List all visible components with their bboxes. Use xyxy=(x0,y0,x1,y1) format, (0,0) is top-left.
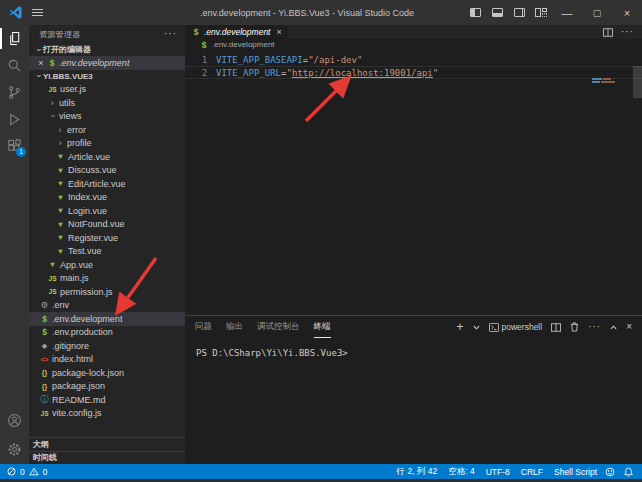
tree-item[interactable]: {} package-lock.json xyxy=(29,366,185,380)
panel-tab[interactable]: 输出 xyxy=(226,316,243,338)
panel-tab[interactable]: 调试控制台 xyxy=(257,316,300,338)
split-editor-icon[interactable] xyxy=(603,28,613,37)
tree-item[interactable]: profile xyxy=(29,137,185,151)
tree-item[interactable]: ▼ EditArticle.vue xyxy=(29,177,185,191)
warning-count[interactable]: 0 xyxy=(43,467,48,477)
tree-item[interactable]: ▼ NotFound.vue xyxy=(29,218,185,232)
tree-item[interactable]: JS main.js xyxy=(29,272,185,286)
file-type-icon: ▼ xyxy=(55,220,66,229)
terminal-dropdown-chevron-icon[interactable] xyxy=(473,325,480,330)
status-item[interactable]: CRLF xyxy=(521,467,543,477)
tree-item[interactable]: ◆ .gitignore xyxy=(29,339,185,353)
file-name: NotFound.vue xyxy=(68,219,125,229)
panel-tab[interactable]: 终端 xyxy=(314,316,331,338)
run-and-debug-icon[interactable] xyxy=(0,106,29,133)
maximize-panel-chevron-icon[interactable] xyxy=(610,325,617,330)
tree-item[interactable]: ⚙ .env xyxy=(29,299,185,313)
status-item[interactable]: UTF-8 xyxy=(486,467,510,477)
menu-icon[interactable] xyxy=(32,9,43,16)
panel-more-actions-icon[interactable]: ··· xyxy=(588,324,601,330)
settings-gear-icon[interactable] xyxy=(0,434,29,464)
extensions-icon[interactable]: 1 xyxy=(0,133,29,160)
editor-scrollbar[interactable] xyxy=(633,66,642,126)
file-type-icon: ▼ xyxy=(55,179,66,188)
toggle-panel-icon[interactable] xyxy=(486,0,508,25)
tree-item[interactable]: JS vite.config.js xyxy=(29,407,185,421)
tree-item[interactable]: ⓘ README.md xyxy=(29,393,185,407)
status-item[interactable]: 空格: 4 xyxy=(448,466,474,478)
file-name: utils xyxy=(59,98,75,108)
errors-icon xyxy=(7,467,16,476)
status-item[interactable]: Shell Script xyxy=(554,467,597,477)
tree-item[interactable]: {} package.json xyxy=(29,380,185,394)
tree-item[interactable]: $ .env.development xyxy=(29,312,185,326)
new-terminal-icon[interactable]: + xyxy=(457,322,464,332)
chevron-down-icon xyxy=(33,45,43,55)
file-type-icon: ▼ xyxy=(55,166,66,175)
accounts-icon[interactable] xyxy=(0,407,29,434)
error-count[interactable]: 0 xyxy=(20,467,25,477)
close-button[interactable]: × xyxy=(612,0,642,25)
file-name: .gitignore xyxy=(52,341,89,351)
tree-item[interactable]: ▼ Index.vue xyxy=(29,191,185,205)
powershell-terminal-icon xyxy=(489,323,499,332)
file-name: .env xyxy=(52,300,69,310)
maximize-button[interactable]: ▢ xyxy=(582,0,612,25)
feedback-smiley-icon[interactable] xyxy=(605,467,615,477)
status-bar: 0 0 行 2, 列 42 空格: 4 UTF-8 CRLF Shell Scr… xyxy=(0,464,642,479)
file-name: Register.vue xyxy=(68,233,118,243)
close-panel-icon[interactable]: × xyxy=(626,322,632,332)
open-editor-item[interactable]: × .env.development xyxy=(29,56,185,70)
shell-file-icon xyxy=(47,58,57,68)
url-link[interactable]: http://localhost:19001/api xyxy=(292,68,433,78)
sidebar-more-actions-icon[interactable]: ··· xyxy=(164,31,177,37)
kill-terminal-trash-icon[interactable] xyxy=(570,322,579,332)
notifications-bell-icon[interactable] xyxy=(624,467,633,477)
tree-item[interactable]: views xyxy=(29,110,185,124)
customize-layout-icon[interactable] xyxy=(530,0,552,25)
shell-file-icon xyxy=(199,40,209,50)
tree-item[interactable]: error xyxy=(29,123,185,137)
tree-item[interactable]: ▼ Register.vue xyxy=(29,231,185,245)
close-editor-icon[interactable]: × xyxy=(35,58,47,68)
source-control-icon[interactable] xyxy=(0,79,29,106)
toggle-sidebar-icon[interactable] xyxy=(464,0,486,25)
minimize-button[interactable]: — xyxy=(552,0,582,25)
terminal-content[interactable]: PS D:\CSharp\Yi\Yi.BBS.Vue3> xyxy=(185,338,642,358)
toggle-secondary-sidebar-icon[interactable] xyxy=(508,0,530,25)
tree-item[interactable]: JS permission.js xyxy=(29,285,185,299)
tab-env-development[interactable]: .env.development × xyxy=(185,25,288,39)
tree-item[interactable]: ▼ Article.vue xyxy=(29,150,185,164)
collapsed-section[interactable]: 大纲 xyxy=(29,437,185,451)
tree-item[interactable]: utils xyxy=(29,96,185,110)
file-name: profile xyxy=(67,138,92,148)
project-root-section[interactable]: YI.BBS.VUE3 xyxy=(29,70,185,83)
file-name: .env.development xyxy=(52,314,122,324)
tree-item[interactable]: $ .env.production xyxy=(29,326,185,340)
panel-tab[interactable]: 问题 xyxy=(195,316,212,338)
tree-item[interactable]: <> index.html xyxy=(29,353,185,367)
file-type-icon: $ xyxy=(39,314,50,324)
tree-item[interactable]: JS user.js xyxy=(29,83,185,97)
explorer-icon[interactable] xyxy=(0,25,29,52)
file-type-icon: ⚙ xyxy=(39,300,50,310)
collapsed-section[interactable]: 时间线 xyxy=(29,451,185,465)
split-terminal-icon[interactable] xyxy=(551,323,561,332)
terminal-instance[interactable]: powershell xyxy=(489,322,543,332)
tree-item[interactable]: ▼ Login.vue xyxy=(29,204,185,218)
tree-item[interactable]: ▼ Discuss.vue xyxy=(29,164,185,178)
file-type-icon: $ xyxy=(39,327,50,337)
tab-close-icon[interactable]: × xyxy=(276,27,281,37)
tree-item[interactable]: ▼ App.vue xyxy=(29,258,185,272)
open-editors-section[interactable]: 打开的编辑器 xyxy=(29,43,185,56)
search-icon[interactable] xyxy=(0,52,29,79)
code-area[interactable]: 1 VITE_APP_BASEAPI="/api-dev" 2 VITE_APP… xyxy=(185,50,642,79)
explorer-sidebar: 资源管理器 ··· 打开的编辑器 × .env.development YI.B… xyxy=(29,25,185,464)
folder-chevron-icon xyxy=(47,98,57,108)
tree-item[interactable]: ▼ Test.vue xyxy=(29,245,185,259)
file-name: .env.production xyxy=(52,327,113,337)
status-item[interactable]: 行 2, 列 42 xyxy=(397,466,438,478)
editor-more-actions-icon[interactable]: ··· xyxy=(621,29,634,35)
breadcrumb[interactable]: .env.development xyxy=(185,39,642,50)
chevron-down-icon xyxy=(33,71,43,81)
